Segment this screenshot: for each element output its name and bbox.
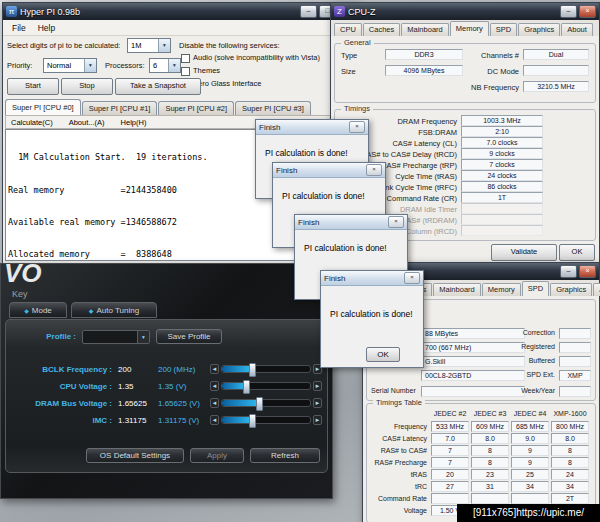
spd-ext-value: XMP bbox=[559, 370, 591, 381]
column-header: JEDEC #4 bbox=[511, 410, 549, 417]
timing-value: 9 clocks bbox=[461, 148, 543, 159]
slider-track[interactable] bbox=[221, 365, 311, 373]
checkbox-audio[interactable] bbox=[181, 54, 190, 63]
slider-track[interactable] bbox=[221, 416, 311, 424]
table-cell: 9 bbox=[511, 457, 549, 468]
timing-value: 7 clocks bbox=[461, 159, 543, 170]
close-icon[interactable]: × bbox=[349, 121, 365, 133]
digits-select[interactable]: 1M ▾ bbox=[127, 38, 171, 53]
menu-help[interactable]: Help bbox=[33, 22, 60, 34]
slider-thumb[interactable] bbox=[249, 414, 256, 428]
timing-value: 24 clocks bbox=[461, 170, 543, 181]
minimize-icon[interactable]: – bbox=[560, 265, 577, 278]
processors-value: 6 bbox=[153, 60, 157, 71]
tab-about[interactable]: About bbox=[593, 283, 600, 296]
size-label: Size bbox=[341, 67, 356, 76]
tab-spd[interactable]: SPD bbox=[522, 281, 549, 296]
validate-button[interactable]: Validate bbox=[491, 244, 557, 261]
cpuz-titlebar[interactable]: Z CPU-Z – × bbox=[331, 3, 599, 20]
tab-caches[interactable]: Caches bbox=[363, 23, 400, 36]
tab-graphics[interactable]: Graphics bbox=[550, 283, 592, 296]
tab-cpu3[interactable]: Super PI [CPU #3] bbox=[235, 101, 311, 115]
ok-button[interactable]: OK bbox=[559, 244, 595, 261]
checkbox-aero-label: Aero Glass Interface bbox=[193, 79, 261, 88]
finish-dialog-titlebar[interactable]: Finish × bbox=[256, 120, 368, 135]
dram-bus-voltage-slider[interactable]: ◄ ► bbox=[210, 398, 322, 409]
menu-about[interactable]: About...(A) bbox=[69, 118, 105, 127]
table-cell: 25 bbox=[511, 469, 549, 480]
os-default-settings-button[interactable]: OS Default Settings bbox=[86, 448, 184, 463]
tab-cpu[interactable]: CPU bbox=[334, 23, 362, 36]
slider-left-arrow-icon[interactable]: ◄ bbox=[210, 398, 219, 408]
tab-cpu1[interactable]: Super PI [CPU #1] bbox=[82, 101, 158, 115]
refresh-button[interactable]: Refresh bbox=[250, 448, 320, 463]
tab-mainboard[interactable]: Mainboard bbox=[433, 283, 480, 296]
processors-select[interactable]: 6 ▾ bbox=[149, 58, 181, 73]
tab-graphics[interactable]: Graphics bbox=[518, 23, 560, 36]
priority-select[interactable]: Normal ▾ bbox=[43, 58, 97, 73]
menu-help2[interactable]: Help(H) bbox=[121, 118, 147, 127]
close-icon[interactable]: × bbox=[388, 216, 404, 228]
bclk-frequency-slider[interactable]: ◄ ► bbox=[210, 364, 322, 375]
finish-dialog-titlebar[interactable]: Finish × bbox=[295, 215, 407, 230]
cpu-voltage-slider[interactable]: ◄ ► bbox=[210, 381, 322, 392]
table-cell: 9 bbox=[511, 445, 549, 456]
hyperpi-titlebar[interactable]: π Hyper PI 0.98b – □ × bbox=[3, 3, 358, 20]
tab-mainboard[interactable]: Mainboard bbox=[401, 23, 448, 36]
table-cell: 7 bbox=[431, 445, 469, 456]
slider-right-arrow-icon[interactable]: ► bbox=[313, 415, 322, 425]
close-icon[interactable]: × bbox=[579, 265, 596, 278]
channels-label: Channels # bbox=[467, 51, 519, 60]
finish-dialog-titlebar[interactable]: Finish × bbox=[321, 271, 423, 286]
imc-display: 1.31175 (V) bbox=[158, 416, 199, 425]
slider-thumb[interactable] bbox=[256, 397, 263, 411]
imc-slider[interactable]: ◄ ► bbox=[210, 415, 322, 426]
tab-cpu2[interactable]: Super PI [CPU #2] bbox=[158, 101, 234, 115]
checkbox-themes-label: Themes bbox=[193, 66, 220, 75]
finish-dialog-titlebar[interactable]: Finish × bbox=[273, 163, 385, 178]
close-icon[interactable]: × bbox=[404, 272, 420, 284]
menu-calculate[interactable]: Calculate(C) bbox=[11, 118, 53, 127]
minimize-icon[interactable]: – bbox=[300, 5, 317, 18]
save-profile-button[interactable]: Save Profile bbox=[156, 329, 222, 344]
slider-left-arrow-icon[interactable]: ◄ bbox=[210, 364, 219, 374]
tab-memory[interactable]: Memory bbox=[482, 283, 521, 296]
week-year-label: Week/Year bbox=[491, 387, 555, 394]
close-icon[interactable]: × bbox=[579, 5, 596, 18]
table-cell: 2T bbox=[551, 493, 589, 504]
slider-thumb[interactable] bbox=[243, 380, 250, 394]
correction-label: Correction bbox=[491, 329, 555, 336]
tab-cpu0[interactable]: Super PI [CPU #0] bbox=[5, 99, 81, 115]
start-button[interactable]: Start bbox=[7, 78, 59, 95]
column-header: JEDEC #3 bbox=[471, 410, 509, 417]
ok-button[interactable]: OK bbox=[366, 347, 400, 362]
slider-left-arrow-icon[interactable]: ◄ bbox=[210, 381, 219, 391]
slider-right-arrow-icon[interactable]: ► bbox=[313, 398, 322, 408]
tab-auto-tuning[interactable]: ◆Auto Tuning bbox=[71, 302, 157, 318]
tab-spd[interactable]: SPD bbox=[490, 23, 517, 36]
slider-track[interactable] bbox=[221, 399, 311, 407]
finish-dialog-4: Finish × PI calculation is done! OK bbox=[320, 270, 424, 368]
table-cell: 8 bbox=[471, 457, 509, 468]
row-label: Frequency bbox=[369, 423, 427, 430]
tab-mode[interactable]: ◆Mode bbox=[9, 302, 67, 318]
slider-thumb[interactable] bbox=[249, 363, 256, 377]
imc-value: 1.31175 bbox=[118, 416, 146, 425]
tab-about[interactable]: About bbox=[561, 23, 593, 36]
row-label: RAS# Precharge bbox=[369, 459, 427, 466]
slider-left-arrow-icon[interactable]: ◄ bbox=[210, 415, 219, 425]
menu-file[interactable]: File bbox=[7, 22, 31, 34]
close-icon[interactable]: × bbox=[366, 164, 382, 176]
profile-select[interactable]: ▾ bbox=[82, 330, 150, 344]
slider-track[interactable] bbox=[221, 382, 311, 390]
nb-frequency-value: 3210.5 MHz bbox=[523, 81, 589, 92]
checkbox-audio-label: Audio (solve incompatibility with Vista) bbox=[193, 53, 320, 62]
slider-right-arrow-icon[interactable]: ► bbox=[313, 381, 322, 391]
stop-button[interactable]: Stop bbox=[61, 78, 113, 95]
minimize-icon[interactable]: – bbox=[560, 5, 577, 18]
column-header: JEDEC #2 bbox=[431, 410, 469, 417]
tab-memory[interactable]: Memory bbox=[450, 21, 489, 36]
apply-button[interactable]: Apply bbox=[190, 448, 244, 463]
checkbox-themes[interactable] bbox=[181, 67, 190, 76]
take-snapshot-button[interactable]: Take a Snapshot bbox=[115, 78, 201, 95]
